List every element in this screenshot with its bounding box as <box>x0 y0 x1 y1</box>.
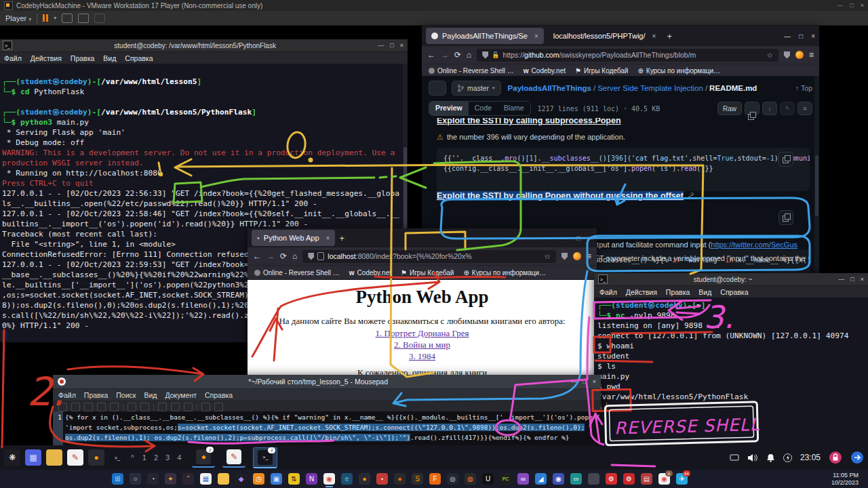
sidebar-toggle-icon[interactable] <box>429 81 446 96</box>
book-link-2[interactable]: 2. Война и мир <box>248 340 597 350</box>
payload-text[interactable]: {% for x in ().__class__.__base__.__subc… <box>63 411 601 445</box>
files-app-icon[interactable]: ▦ <box>25 449 41 466</box>
home-icon[interactable]: ⌂ <box>292 251 297 261</box>
new-tab-button[interactable]: + <box>667 31 672 41</box>
replace-icon[interactable] <box>214 403 223 411</box>
forward-icon[interactable]: → <box>441 50 449 60</box>
close-button[interactable]: × <box>593 378 596 385</box>
terminal2-titlebar[interactable]: >_ student@codeby: ~ — □ × <box>594 273 868 286</box>
forward-icon[interactable]: → <box>267 251 275 261</box>
file-explorer-icon[interactable] <box>218 473 229 485</box>
maximize-button[interactable]: □ <box>799 33 803 40</box>
bookmark-codeby[interactable]: wCodeby.net <box>524 67 566 75</box>
reload-icon[interactable]: ⟳ <box>280 251 287 261</box>
bookmark-codeby[interactable]: wCodeby.net <box>349 269 391 277</box>
pause-vm-button[interactable] <box>43 14 48 22</box>
pycharm-icon[interactable]: PC <box>500 473 511 485</box>
menu-help[interactable]: Справка <box>205 391 233 399</box>
display-tray-icon[interactable] <box>730 454 739 462</box>
back-to-top-button[interactable]: ↑ Top <box>795 84 812 92</box>
raw-button[interactable]: Raw <box>717 102 742 115</box>
firefox-account-icon[interactable] <box>795 51 804 59</box>
chrome-icon[interactable]: ◉ <box>323 473 335 485</box>
anchor-link-icon[interactable] <box>688 192 694 199</box>
obsidian-icon[interactable]: ◆ <box>235 473 247 485</box>
maximize-button[interactable]: □ <box>583 378 586 385</box>
dial-app-icon[interactable]: ◔ <box>147 473 159 485</box>
terminal-window-icon[interactable]: >_2 <box>258 450 273 465</box>
player-menu[interactable]: Player ▾ <box>5 14 31 22</box>
logout-button[interactable] <box>850 451 864 464</box>
menu-document[interactable]: Документ <box>165 391 197 399</box>
lock-screen-button[interactable] <box>829 451 842 464</box>
onenote-icon[interactable]: N <box>306 473 317 485</box>
minimize-button[interactable]: — <box>570 378 576 385</box>
gear-red-1-icon[interactable]: ⚙ <box>606 473 617 485</box>
save-as-icon[interactable] <box>97 403 106 411</box>
vm-clock[interactable]: 23:05 <box>800 453 821 462</box>
firefox-icon[interactable]: ● <box>359 473 370 485</box>
minimize-button[interactable]: — <box>838 276 844 283</box>
toolbox-red-icon[interactable]: ▤ <box>641 473 652 485</box>
menu-view[interactable]: Вид <box>103 54 116 62</box>
menu-edit[interactable]: Правка <box>666 288 690 296</box>
co-app-icon[interactable]: co <box>570 473 582 485</box>
bookmark-courses[interactable]: ⊕Курсы по информаци… <box>637 67 720 75</box>
bookmark-games[interactable]: ⚑Игры Кодебай <box>401 269 454 277</box>
menu-actions[interactable]: Действия <box>31 54 62 62</box>
find-icon[interactable] <box>201 403 210 411</box>
arrows-app-icon[interactable]: ⇅ <box>288 473 300 485</box>
terminal-launcher-icon[interactable]: >_ <box>109 449 125 466</box>
red-app-icon[interactable]: ▪ <box>376 473 388 485</box>
edge-icon[interactable]: e <box>341 473 353 485</box>
mousepad-titlebar[interactable]: *~/Рабочий стол/tmp_lesson_5 - Mousepad … <box>53 375 601 389</box>
maximize-button[interactable]: □ <box>390 42 393 49</box>
tab-preview[interactable]: Preview <box>429 102 469 115</box>
twitter-link[interactable]: https://twitter.com/SecGus <box>711 241 797 249</box>
calendar-icon[interactable]: ▦ <box>200 473 212 485</box>
bookmark-reverse-shell[interactable]: Online - Reverse Shell … <box>254 269 340 277</box>
copy-code-icon[interactable] <box>778 152 793 167</box>
copy-raw-icon[interactable] <box>745 102 760 115</box>
mousepad-launcher-icon[interactable]: ✎ <box>67 449 83 466</box>
back-icon[interactable]: ← <box>427 50 435 60</box>
tracking-shield-icon[interactable] <box>482 52 488 59</box>
bookmark-reverse-shell[interactable]: Online - Reverse Shell … <box>429 67 514 75</box>
new-file-icon[interactable] <box>58 403 67 411</box>
menu-help[interactable]: Справка <box>125 54 153 62</box>
menu-edit[interactable]: Правка <box>71 54 94 62</box>
save-icon[interactable] <box>84 403 93 411</box>
tab-blame[interactable]: Blame <box>498 102 530 115</box>
fullscreen-button[interactable] <box>78 14 89 23</box>
minimize-button[interactable]: — <box>784 33 791 40</box>
unreal-icon[interactable]: U <box>482 473 494 485</box>
menu-view[interactable]: Вид <box>144 391 157 399</box>
mousepad-window-icon[interactable]: ✎ <box>226 449 241 464</box>
url-bar[interactable]: localhost:8080/index?book={%%20for%20x% … <box>302 250 556 263</box>
redo-icon[interactable] <box>140 403 149 411</box>
bookmark-star-icon[interactable]: ☆ <box>545 252 551 260</box>
edit-pencil-icon[interactable]: ✎ <box>780 102 795 115</box>
terminal1-titlebar[interactable]: >_ student@codeby: /var/www/html/lesson5… <box>0 39 408 52</box>
clock-app-icon[interactable]: ◷ <box>253 473 264 485</box>
tab-close-icon[interactable]: × <box>534 33 538 40</box>
menu-edit[interactable]: Правка <box>84 391 108 399</box>
whisker-menu-icon[interactable]: ❋ <box>4 449 20 466</box>
menu-view[interactable]: Вид <box>698 288 711 296</box>
copy-code-icon-2[interactable] <box>778 210 793 225</box>
maps-pin-icon[interactable]: ◉ <box>553 473 564 485</box>
maximize-button[interactable]: □ <box>576 235 580 242</box>
tab-payloadsallthethings[interactable]: PayloadsAllTheThings/Se× <box>426 28 544 44</box>
vmware-maximize-button[interactable]: □ <box>850 2 853 9</box>
adblock-shield-icon[interactable] <box>561 253 568 260</box>
tab-close-icon[interactable]: × <box>652 33 656 40</box>
minimize-button[interactable]: — <box>561 235 568 242</box>
kali-app-icon[interactable] <box>588 473 599 485</box>
workspace-switcher[interactable]: 1 2 3 4 <box>142 453 184 462</box>
menu-file[interactable]: Файл <box>4 54 22 62</box>
tracking-shield-icon[interactable] <box>308 253 314 260</box>
volume-icon[interactable] <box>747 453 758 462</box>
chrome-profile-icon[interactable]: ◉A <box>658 473 670 485</box>
menu-actions[interactable]: Действия <box>626 288 657 296</box>
bookmark-games[interactable]: ⚑Игры Кодебай <box>575 67 628 75</box>
